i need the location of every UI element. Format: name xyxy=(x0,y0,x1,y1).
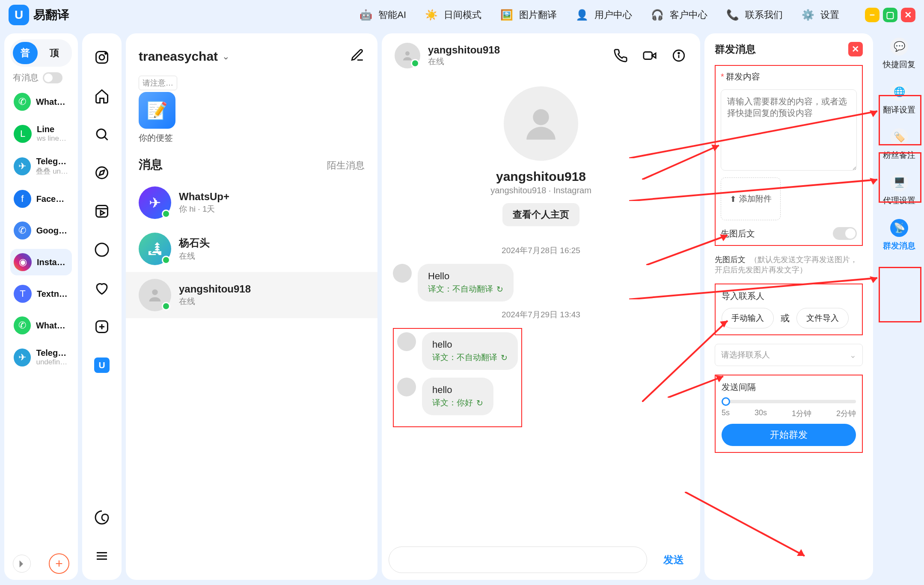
broadcast-panel: 群发消息 ✕ *群发内容 ⬆添加附件 先图后文 先图后文 （默认先发送文字再发送… xyxy=(704,33,873,580)
account-telegram[interactable]: ✈Telegr…叠叠 un… xyxy=(10,152,72,180)
phone-icon: 📞 xyxy=(725,7,741,23)
svg-line-4 xyxy=(105,137,108,140)
nav-menu-icon[interactable] xyxy=(92,547,111,565)
top-image-translate[interactable]: 🖼️图片翻译 xyxy=(499,7,557,23)
top-user-center[interactable]: 👤用户中心 xyxy=(574,7,632,23)
conv-item-whatsup[interactable]: ✈ WhatsUp+你 hi · 1天 xyxy=(126,180,377,226)
tool-broadcast[interactable]: 📡群发消息 xyxy=(879,219,919,251)
account-textnow[interactable]: TTextn… xyxy=(10,281,72,307)
send-button[interactable]: 发送 xyxy=(654,553,693,567)
conv-item-yangshitou918[interactable]: yangshitou918在线 xyxy=(126,272,377,318)
compose-button[interactable] xyxy=(350,48,365,65)
top-ai[interactable]: 🤖智能AI xyxy=(358,7,406,23)
account-facebook[interactable]: fFaceb… xyxy=(10,186,72,212)
call-button[interactable] xyxy=(612,47,629,64)
image-first-label: 先图后文 xyxy=(721,228,755,239)
message-bubble[interactable]: hello 译文：你好↻ xyxy=(422,378,493,415)
instagram-icon: ◉ xyxy=(14,253,32,271)
app-logo: U 易翻译 xyxy=(9,5,69,25)
message-bubble[interactable]: hello 译文：不自动翻译↻ xyxy=(422,332,518,370)
nav-likes-icon[interactable] xyxy=(92,279,111,298)
message-row: hello 译文：不自动翻译↻ xyxy=(397,332,518,370)
close-icon[interactable]: ✕ xyxy=(848,42,863,56)
avatar xyxy=(395,43,420,68)
nav-reels-icon[interactable] xyxy=(92,202,111,221)
account-google[interactable]: ✆Googl… xyxy=(10,217,72,244)
has-message-label: 有消息 xyxy=(13,72,39,83)
chat-timeline[interactable]: 2024年7月28日 16:25 Hello 译文：不自动翻译↻ 2024年7月… xyxy=(382,237,700,540)
broadcast-content-textarea[interactable] xyxy=(721,89,857,171)
nav-messages-icon[interactable] xyxy=(92,240,111,259)
manual-input-button[interactable]: 手动输入 xyxy=(722,308,774,328)
conv-title[interactable]: traneasychat xyxy=(139,49,218,64)
account-whatsapp2[interactable]: ✆Whats… xyxy=(10,312,72,339)
google-icon: ✆ xyxy=(14,222,31,239)
svg-point-18 xyxy=(405,51,410,56)
tool-proxy-settings[interactable]: 🖥️代理设置 xyxy=(879,174,919,206)
note-hint: 请注意… xyxy=(139,76,177,90)
chevron-down-icon[interactable]: ⌄ xyxy=(222,51,230,62)
nav-instagram-icon[interactable] xyxy=(92,48,111,67)
whatsapp-icon: ✆ xyxy=(14,93,31,111)
tool-fan-notes[interactable]: 🏷️粉丝备注 xyxy=(879,128,919,161)
avatar xyxy=(393,264,412,283)
top-bar: U 易翻译 🤖智能AI ☀️日间模式 🖼️图片翻译 👤用户中心 🎧客户中心 📞联… xyxy=(0,0,924,30)
strangers-link[interactable]: 陌生消息 xyxy=(327,159,365,172)
top-settings[interactable]: ⚙️设置 xyxy=(800,7,839,23)
chip-pin[interactable]: 普 xyxy=(13,42,38,64)
sun-icon: ☀️ xyxy=(423,7,440,23)
date-divider: 2024年7月29日 13:43 xyxy=(393,309,689,320)
account-whatsapp[interactable]: ✆Whats… xyxy=(10,89,72,115)
tag-icon: 🏷️ xyxy=(890,128,908,146)
nav-explore-icon[interactable] xyxy=(92,163,111,182)
has-message-toggle[interactable] xyxy=(43,72,62,83)
contact-select[interactable]: 请选择联系人⌄ xyxy=(715,344,863,366)
nav-search-icon[interactable] xyxy=(92,125,111,144)
nav-home-icon[interactable] xyxy=(92,86,111,105)
close-window-button[interactable]: ✕ xyxy=(901,8,915,22)
refresh-icon[interactable]: ↻ xyxy=(496,284,503,294)
view-profile-button[interactable]: 查看个人主页 xyxy=(502,203,579,226)
top-support[interactable]: 🎧客户中心 xyxy=(649,7,707,23)
chat-column: yangshitou918在线 yangshitou918 yangshitou… xyxy=(382,33,700,580)
minimize-button[interactable]: − xyxy=(865,8,879,22)
refresh-icon[interactable]: ↻ xyxy=(476,398,483,408)
broadcast-title: 群发消息 xyxy=(715,42,756,56)
telegram-icon: ✈ xyxy=(14,157,31,175)
video-button[interactable] xyxy=(641,47,658,64)
account-instagram[interactable]: ◉Insta… xyxy=(10,249,72,275)
top-day-mode[interactable]: ☀️日间模式 xyxy=(423,7,481,23)
nav-threads-icon[interactable] xyxy=(92,508,111,527)
add-attachment-button[interactable]: ⬆添加附件 xyxy=(721,177,781,220)
tool-translate-settings[interactable]: 🌐翻译设置 xyxy=(879,83,919,115)
message-bubble[interactable]: Hello 译文：不自动翻译↻ xyxy=(418,264,514,301)
collapse-button[interactable]: ⏵ xyxy=(13,555,31,573)
message-input[interactable] xyxy=(389,547,647,573)
start-broadcast-button[interactable]: 开始群发 xyxy=(722,424,856,446)
headset-icon: 🎧 xyxy=(649,7,666,23)
svg-point-24 xyxy=(533,109,549,125)
refresh-icon[interactable]: ↻ xyxy=(501,353,508,363)
tool-quick-reply[interactable]: 💬快捷回复 xyxy=(879,38,919,70)
file-import-button[interactable]: 文件导入 xyxy=(796,308,849,328)
nav-profile-icon[interactable]: U xyxy=(92,356,111,375)
add-account-button[interactable]: + xyxy=(49,553,69,574)
app-name: 易翻译 xyxy=(33,7,69,23)
image-first-toggle[interactable] xyxy=(833,227,857,240)
maximize-button[interactable]: ▢ xyxy=(883,8,897,22)
contact-name: yangshitou918 xyxy=(428,44,500,56)
svg-marker-6 xyxy=(99,170,104,175)
chip-top[interactable]: 顶 xyxy=(42,42,67,64)
interval-slider[interactable] xyxy=(722,400,856,403)
nav-icons: U xyxy=(82,33,122,580)
profile-avatar xyxy=(504,86,578,161)
conv-item-yangshitou[interactable]: 🏞 杨石头在线 xyxy=(126,226,377,272)
note-caption: 你的便签 xyxy=(139,132,173,144)
note-tile[interactable]: 📝 xyxy=(139,92,175,129)
interval-label: 发送间隔 xyxy=(722,381,856,393)
nav-create-icon[interactable] xyxy=(92,317,111,336)
top-contact[interactable]: 📞联系我们 xyxy=(725,7,783,23)
info-button[interactable] xyxy=(670,47,687,64)
account-line[interactable]: LLinews line… xyxy=(10,120,72,147)
account-telegram2[interactable]: ✈Telegr…undefin… xyxy=(10,344,72,371)
